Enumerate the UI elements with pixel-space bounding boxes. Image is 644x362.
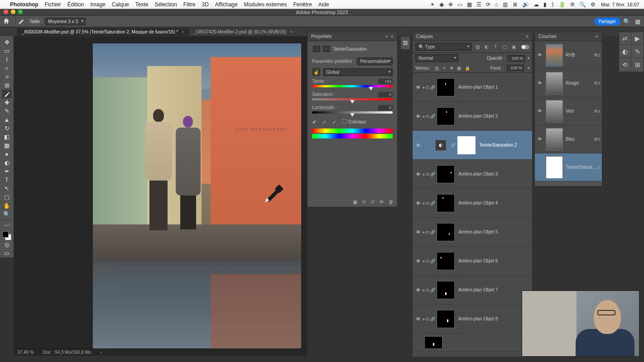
- channel-row[interactable]: 👁 Rouge ⌘3: [535, 69, 602, 97]
- menu-window[interactable]: Fenêtre: [293, 1, 312, 8]
- expand-icon[interactable]: ▸: [423, 230, 425, 234]
- crop-tool[interactable]: ⌗: [2, 72, 12, 81]
- menu-filter[interactable]: Filtre: [183, 1, 196, 8]
- layer-name[interactable]: Arrière-plan Objet 1: [458, 85, 530, 90]
- history-brush-tool[interactable]: ↻: [2, 124, 12, 133]
- colorize-checkbox[interactable]: Coloriser: [342, 119, 366, 124]
- visibility-toggle-icon[interactable]: 👁: [414, 229, 422, 235]
- status-icon[interactable]: ▦: [467, 1, 472, 8]
- brushes-panel-icon[interactable]: ◐: [619, 45, 631, 58]
- menu-text[interactable]: Texte: [135, 1, 149, 8]
- eyedropper-tool[interactable]: [2, 90, 12, 98]
- pen-tool[interactable]: ✒: [2, 167, 12, 176]
- eyedropper-add-icon[interactable]: [322, 118, 327, 125]
- visibility-toggle-icon[interactable]: 👁: [414, 316, 422, 322]
- expand-icon[interactable]: ▸: [423, 259, 425, 263]
- eyedropper-set-icon[interactable]: [312, 118, 317, 125]
- filter-smart-icon[interactable]: ▣: [510, 44, 517, 50]
- gradient-tool[interactable]: ▦: [2, 141, 12, 150]
- layer-mask-thumb[interactable]: [437, 194, 455, 212]
- lightness-slider-thumb[interactable]: [350, 113, 355, 119]
- lock-transparency-icon[interactable]: ▨: [435, 66, 439, 71]
- expand-icon[interactable]: ▸: [423, 85, 425, 90]
- fill-input[interactable]: 100 %: [507, 65, 524, 71]
- swatches-panel-icon[interactable]: ⟲: [619, 59, 631, 71]
- filter-adjustment-icon[interactable]: ◐: [483, 44, 490, 50]
- home-icon[interactable]: [3, 17, 11, 25]
- panel-menu-icon[interactable]: ≡: [391, 34, 394, 39]
- layer-name[interactable]: Arrière-plan Objet 4: [458, 200, 530, 205]
- layer-row[interactable]: 👁 ▸🗀🔗 Arrière-plan Objet 4: [413, 189, 532, 218]
- control-center-icon[interactable]: ⚙: [591, 1, 596, 8]
- document-tab[interactable]: _ORO7420-Modifier-2.psd @ 30,1% (RVB/16)…: [189, 28, 297, 36]
- expand-icon[interactable]: ▸: [423, 114, 425, 119]
- filter-shape-icon[interactable]: ▢: [501, 44, 508, 50]
- actions-panel-icon[interactable]: ▶: [631, 32, 644, 45]
- channel-row[interactable]: 👁 Bleu ⌘5: [535, 125, 602, 153]
- layer-name[interactable]: Teinte/Saturation 2: [479, 143, 530, 148]
- layer-mask-thumb[interactable]: [437, 252, 455, 270]
- lasso-tool[interactable]: ⌇: [2, 55, 12, 64]
- menu-layer[interactable]: Calque: [112, 1, 129, 8]
- close-tab-icon[interactable]: ×: [182, 29, 184, 34]
- document-tab[interactable]: _R000338-Modifier.psd @ 37,5% (Teinte/Sa…: [17, 28, 189, 36]
- status-icon[interactable]: 🖥: [512, 1, 518, 8]
- color-range-dropdown[interactable]: Global: [323, 68, 393, 76]
- visibility-toggle-icon[interactable]: 👁: [414, 171, 422, 177]
- quick-mask-toggle[interactable]: ◎: [2, 240, 12, 249]
- layer-name[interactable]: Arrière-plan Objet 5: [458, 229, 530, 234]
- bluetooth-icon[interactable]: ᛒ: [551, 1, 554, 8]
- saturation-value[interactable]: 0: [378, 92, 393, 97]
- workspace-icon[interactable]: ▦: [635, 18, 640, 25]
- status-icon[interactable]: ⌂: [495, 1, 498, 8]
- panel-menu-icon[interactable]: ≡: [596, 34, 598, 39]
- layer-mask-thumb[interactable]: [424, 336, 442, 349]
- menu-3d[interactable]: 3D: [202, 1, 209, 8]
- opacity-flyout-icon[interactable]: ▾: [528, 56, 529, 60]
- edit-toolbar[interactable]: ⋯: [2, 221, 12, 229]
- layer-mask-thumb[interactable]: [437, 107, 455, 125]
- layers-list[interactable]: 👁 ▸🗀🔗 Arrière-plan Objet 1 👁 ▸🗀🔗 Arrière…: [413, 73, 532, 357]
- adjustment-thumb[interactable]: ◐: [435, 140, 446, 151]
- color-panel-icon[interactable]: ✎: [631, 45, 644, 58]
- toggle-visibility-icon[interactable]: 👁: [379, 199, 384, 205]
- layer-name[interactable]: Arrière-plan Objet 3: [458, 171, 530, 176]
- blend-mode-dropdown[interactable]: Normal: [415, 54, 458, 62]
- move-tool[interactable]: ✥: [2, 38, 12, 47]
- layer-mask-thumb[interactable]: [437, 78, 455, 96]
- view-previous-icon[interactable]: ⟲: [362, 199, 366, 205]
- menu-file[interactable]: Fichier: [45, 1, 61, 8]
- lock-pixels-icon[interactable]: ✎: [442, 66, 446, 71]
- menubar-clock[interactable]: Mar. 7 févr. 16:07: [601, 2, 639, 7]
- marquee-tool[interactable]: ▭: [2, 47, 12, 55]
- close-tab-icon[interactable]: ×: [290, 29, 293, 34]
- layer-row[interactable]: 👁 ▸🗀🔗 Arrière-plan Objet 5: [413, 218, 532, 247]
- visibility-toggle-icon[interactable]: 👁: [537, 81, 543, 86]
- hue-value[interactable]: +63: [378, 79, 393, 84]
- minimize-window-button[interactable]: [11, 10, 15, 14]
- layer-row[interactable]: 👁 ▸🗀🔗 Arrière-plan Objet 7: [413, 276, 532, 305]
- lock-position-icon[interactable]: ✥: [450, 66, 453, 71]
- clone-tool[interactable]: ▲: [2, 115, 12, 124]
- layer-row[interactable]: 👁 ▸🗀🔗 Arrière-plan Objet 2: [413, 102, 532, 131]
- layer-row[interactable]: 👁 ▸🗀🔗 Arrière-plan Objet 1: [413, 73, 532, 102]
- maximize-window-button[interactable]: [18, 10, 23, 14]
- visibility-toggle-icon[interactable]: 👁: [414, 85, 422, 90]
- status-icon[interactable]: ✴: [430, 1, 435, 8]
- link-icon[interactable]: 🔗: [451, 143, 456, 148]
- delete-adjustment-icon[interactable]: 🗑: [389, 199, 394, 205]
- preset-dropdown[interactable]: Personnalisée: [357, 57, 393, 65]
- layer-row[interactable]: 👁 ◐ 🔗 Teinte/Saturation 2: [413, 131, 532, 160]
- screen-mode-toggle[interactable]: ▭: [2, 249, 12, 257]
- layer-name[interactable]: Arrière-plan Objet 2: [458, 114, 530, 119]
- menu-edit[interactable]: Édition: [67, 1, 84, 8]
- zoom-tool[interactable]: 🔍: [2, 210, 12, 219]
- dodge-tool[interactable]: ◐: [2, 158, 12, 167]
- status-icon[interactable]: ▭: [457, 1, 462, 8]
- reset-icon[interactable]: ↺: [370, 199, 375, 205]
- lightness-slider[interactable]: [312, 111, 393, 114]
- visibility-toggle-icon[interactable]: 👁: [414, 143, 422, 148]
- menu-image[interactable]: Image: [90, 1, 105, 8]
- menu-help[interactable]: Aide: [318, 1, 329, 8]
- layer-mask-thumb[interactable]: [437, 165, 455, 183]
